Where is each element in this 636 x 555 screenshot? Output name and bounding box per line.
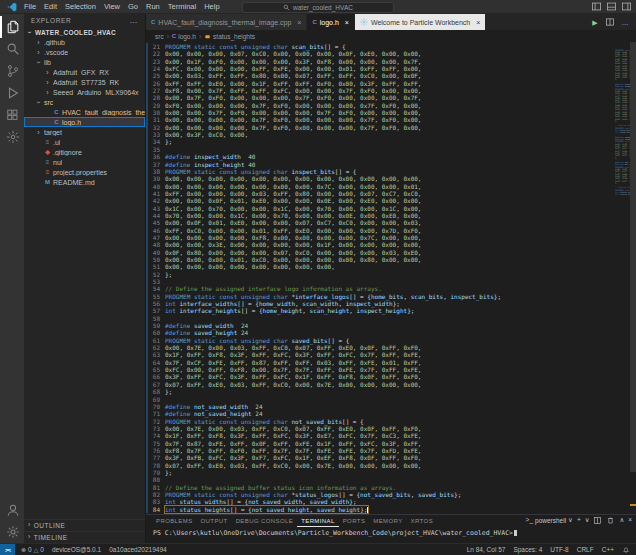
code-line[interactable]: 660x3F, 0xFF, 0xFC, 0x3F, 0xFF, 0xFC, 0x… <box>146 373 615 380</box>
line-number[interactable]: 71 <box>146 410 165 417</box>
line-number[interactable]: 66 <box>146 373 165 380</box>
code-line[interactable]: 56int interface_widths[] = {home_width, … <box>146 300 615 307</box>
code-line[interactable]: 460xFF, 0xC0, 0x00, 0x00, 0x01, 0xFF, 0x… <box>146 227 615 234</box>
code-line[interactable]: 510x00, 0x00, 0x00, 0x00, 0x00, 0x00, 0x… <box>146 263 615 270</box>
code-line[interactable]: 400x00, 0x00, 0x00, 0x00, 0x00, 0x00, 0x… <box>146 183 615 190</box>
code-line[interactable]: 270xF8, 0x00, 0x7F, 0xFF, 0xFF, 0xFC, 0x… <box>146 87 615 94</box>
view-source-control[interactable] <box>0 60 24 82</box>
section-timeline[interactable]: ›TIMELINE <box>24 531 145 543</box>
trash-icon[interactable] <box>606 516 615 525</box>
layout-secondary-icon[interactable] <box>621 1 632 12</box>
code-line[interactable]: 260xFF, 0xFF, 0xE0, 0x00, 0x1F, 0xFF, 0x… <box>146 80 615 87</box>
line-number[interactable]: 61 <box>146 337 165 344</box>
tree-item-ul[interactable]: ≡.ul <box>24 137 145 147</box>
code-line[interactable]: 61PROGMEM static const unsigned char sav… <box>146 337 615 344</box>
code-line[interactable]: 440x70, 0x00, 0x00, 0x1C, 0x00, 0x70, 0x… <box>146 212 615 219</box>
device-os-version[interactable]: deviceOS@5.0.1 <box>52 546 101 553</box>
code-line[interactable]: 290xF0, 0x00, 0x00, 0x00, 0x7F, 0xF0, 0x… <box>146 102 615 109</box>
code-line[interactable]: 430x1C, 0x00, 0x70, 0x00, 0x00, 0x1C, 0x… <box>146 205 615 212</box>
scrollbar[interactable] <box>630 42 636 514</box>
panel-tab-output[interactable]: OUTPUT <box>197 515 232 527</box>
code-line[interactable]: 80 <box>146 476 615 483</box>
line-number[interactable]: 43 <box>146 205 165 212</box>
line-number[interactable]: 48 <box>146 241 165 248</box>
code-line[interactable]: 630x1F, 0xFF, 0xF8, 0x3F, 0xFF, 0xFC, 0x… <box>146 351 615 358</box>
more-actions-icon[interactable]: … <box>129 16 138 25</box>
editor[interactable]: 21PROGMEM static const unsigned char sca… <box>146 42 636 514</box>
menu-terminal[interactable]: Terminal <box>164 2 200 11</box>
line-number[interactable]: 44 <box>146 212 165 219</box>
line-number[interactable]: 45 <box>146 219 165 226</box>
code-line[interactable]: 620x00, 0x7E, 0x00, 0x03, 0xFF, 0xC0, 0x… <box>146 344 615 351</box>
line-number[interactable]: 79 <box>146 469 165 476</box>
line-number[interactable]: 21 <box>146 43 165 50</box>
code-line[interactable]: 470x00, 0x00, 0x00, 0x00, 0xF8, 0x00, 0x… <box>146 234 615 241</box>
breadcrumb-src[interactable]: src <box>155 33 164 40</box>
terminal-shell-selector[interactable]: >_ powershell ∨ <box>526 517 573 524</box>
code-line[interactable]: 71#define not_saved_height 24 <box>146 410 615 417</box>
line-number[interactable]: 84 <box>146 506 165 513</box>
line-number[interactable]: 62 <box>146 344 165 351</box>
indentation[interactable]: Spaces: 4 <box>513 546 542 553</box>
line-number[interactable]: 76 <box>146 447 165 454</box>
code-line[interactable]: 70#define not_saved_width 24 <box>146 403 615 410</box>
line-number[interactable]: 74 <box>146 432 165 439</box>
code-lines[interactable]: 21PROGMEM static const unsigned char sca… <box>146 42 615 514</box>
panel-tab-xrtos[interactable]: XRTOS <box>407 515 437 527</box>
line-number[interactable]: 58 <box>146 315 165 322</box>
line-number[interactable]: 82 <box>146 491 165 498</box>
code-line[interactable]: 21PROGMEM static const unsigned char sca… <box>146 43 615 50</box>
code-line[interactable]: 79}; <box>146 469 615 476</box>
code-line[interactable]: 640x7F, 0xCF, 0xFE, 0xFF, 0x87, 0xFF, 0x… <box>146 359 615 366</box>
encoding[interactable]: UTF-8 <box>550 546 568 553</box>
tree-item-nul[interactable]: ≡nul <box>24 157 145 167</box>
code-line[interactable]: 650xFC, 0x00, 0xFF, 0xF8, 0x00, 0x7F, 0x… <box>146 366 615 373</box>
line-number[interactable]: 25 <box>146 72 165 79</box>
code-line[interactable]: 59#define saved_width 24 <box>146 322 615 329</box>
view-search[interactable] <box>0 38 24 60</box>
line-number[interactable]: 56 <box>146 300 165 307</box>
tree-item-adafruit-gfx-rx[interactable]: ›Adafruit_GFX_RX <box>24 67 145 77</box>
panel-tab-memory[interactable]: MEMORY <box>369 515 406 527</box>
tab-hvac-fault-diagnosis-thermal-image-cpp[interactable]: CHVAC_fault_diagnosis_thermal_image.cpp× <box>146 14 307 30</box>
line-number[interactable]: 55 <box>146 293 165 300</box>
plus-icon[interactable]: + <box>577 517 581 524</box>
line-number[interactable]: 23 <box>146 58 165 65</box>
code-line[interactable]: 490x0F, 0x80, 0x00, 0x00, 0x00, 0x07, 0x… <box>146 249 615 256</box>
code-line[interactable]: 670x07, 0xFF, 0xE0, 0x03, 0xFF, 0xC0, 0x… <box>146 381 615 388</box>
code-line[interactable]: 780x07, 0xFF, 0xE0, 0x03, 0xFF, 0xC0, 0x… <box>146 462 615 469</box>
code-line[interactable]: 760xF8, 0x7F, 0xFF, 0xF0, 0xFF, 0x7F, 0x… <box>146 447 615 454</box>
view-explorer[interactable] <box>0 16 24 38</box>
line-number[interactable]: 33 <box>146 131 165 138</box>
accounts[interactable] <box>0 499 24 521</box>
code-line[interactable]: 230x00, 0x1F, 0xF0, 0x00, 0x00, 0x00, 0x… <box>146 58 615 65</box>
line-number[interactable]: 68 <box>146 388 165 395</box>
tab-close-icon[interactable]: × <box>345 19 349 26</box>
tab-close-icon[interactable]: × <box>476 19 480 26</box>
menu-selection[interactable]: Selection <box>61 2 100 11</box>
line-number[interactable]: 49 <box>146 249 165 256</box>
tree-item-vscode[interactable]: ›.vscode <box>24 47 145 57</box>
line-number[interactable]: 35 <box>146 146 165 153</box>
line-number[interactable]: 30 <box>146 109 165 116</box>
line-number[interactable]: 69 <box>146 396 165 403</box>
line-number[interactable]: 64 <box>146 359 165 366</box>
code-line[interactable]: 330x00, 0x3F, 0xC0, 0x00, <box>146 131 615 138</box>
code-line[interactable]: 52}; <box>146 271 615 278</box>
code-line[interactable]: 83int status_widths[] = {not_saved_width… <box>146 498 615 505</box>
line-number[interactable]: 41 <box>146 190 165 197</box>
panel-tab-ports[interactable]: PORTS <box>339 515 370 527</box>
panel-tab-problems[interactable]: PROBLEMS <box>152 515 197 527</box>
close-icon[interactable]: × <box>628 517 632 524</box>
code-line[interactable]: 60#define saved_height 24 <box>146 329 615 336</box>
run-icon[interactable]: ▶ <box>590 17 600 27</box>
tree-item-target[interactable]: ›target <box>24 127 145 137</box>
line-number[interactable]: 51 <box>146 263 165 270</box>
view-extensions[interactable] <box>0 104 24 126</box>
language-mode[interactable]: C++ <box>602 546 614 553</box>
menu-go[interactable]: Go <box>124 2 142 11</box>
code-line[interactable]: 36#define inspect_width 40 <box>146 153 615 160</box>
line-number[interactable]: 39 <box>146 175 165 182</box>
code-line[interactable]: 480x00, 0x00, 0x3E, 0x00, 0x00, 0x00, 0x… <box>146 241 615 248</box>
tree-item-project-properties[interactable]: ≡project.properties <box>24 167 145 177</box>
